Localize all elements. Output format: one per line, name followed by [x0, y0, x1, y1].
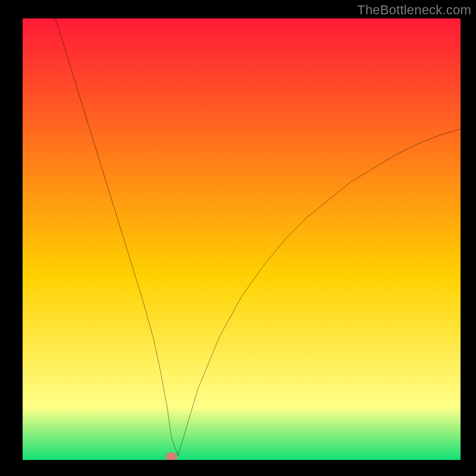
- chart-svg: [23, 18, 461, 460]
- attribution-text: TheBottleneck.com: [357, 2, 471, 18]
- plot-area: [23, 18, 461, 460]
- bottleneck-chart: TheBottleneck.com: [0, 0, 476, 476]
- gradient-background: [23, 18, 461, 460]
